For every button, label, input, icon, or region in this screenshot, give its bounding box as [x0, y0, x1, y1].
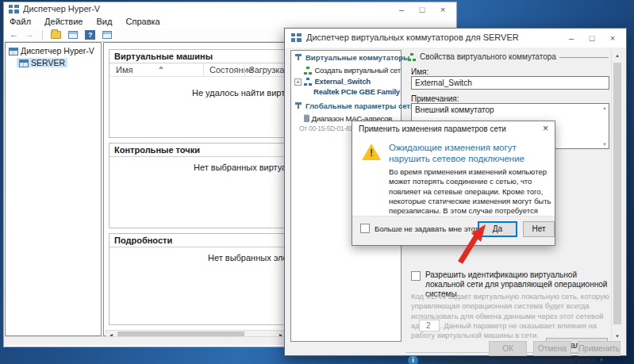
vertical-scrollbar[interactable]: ▲ ▼: [611, 50, 623, 342]
yes-button-label: Да: [493, 224, 502, 233]
nav-new-switch[interactable]: Создать виртуальный сетевой к...: [304, 66, 401, 75]
pin-icon: [295, 54, 302, 60]
nav-adapter-name[interactable]: Realtek PCIe GBE Family Cont...: [313, 87, 401, 96]
warning-icon: !: [362, 144, 381, 160]
console-window-icon[interactable]: [68, 31, 78, 39]
hyperv-app-icon: [9, 5, 19, 13]
hyperv-menubar: Файл Действие Вид Справка: [4, 16, 456, 28]
minimize-button[interactable]: –: [391, 3, 412, 16]
help-icon[interactable]: ?: [85, 30, 95, 40]
nav-switches-header-label: Виртуальные коммутаторы: [305, 53, 409, 62]
textarea-scroll-up-icon[interactable]: ▲: [602, 105, 607, 110]
properties-header-rule: [559, 57, 609, 58]
switch-manager-window-title: Диспетчер виртуальных коммутаторов для S…: [306, 33, 519, 42]
column-name[interactable]: Имя: [116, 65, 133, 75]
maximize-button[interactable]: □: [582, 32, 602, 44]
new-switch-icon: [304, 67, 313, 75]
yes-button[interactable]: Да: [478, 221, 517, 237]
mac-range-icon: [304, 115, 309, 122]
notes-value: Внешний коммутатор: [415, 105, 494, 114]
menu-help[interactable]: Справка: [121, 16, 166, 27]
close-button[interactable]: ×: [432, 3, 453, 16]
dialog-heading: Ожидающие изменения могут нарушить сетев…: [389, 142, 551, 165]
hyperv-titlebar[interactable]: Диспетчер Hyper-V – □ ×: [4, 2, 456, 16]
close-icon[interactable]: ×: [543, 123, 548, 134]
vlan-id-value: 2: [426, 321, 431, 330]
nav-global-header-label: Глобальные параметры сети: [305, 102, 415, 110]
switch-name-input[interactable]: External_Switch: [411, 76, 609, 90]
column-divider[interactable]: [244, 64, 245, 77]
scroll-up-icon[interactable]: ▲: [615, 53, 620, 58]
vlan-checkbox[interactable]: [411, 271, 421, 281]
apply-changes-dialog: Применить изменения параметров сети × ! …: [352, 121, 555, 246]
server-icon: [19, 59, 29, 67]
hyperv-root-icon: [9, 48, 18, 56]
sort-ascending-icon: [159, 66, 163, 69]
info-icon: i: [408, 355, 418, 364]
apply-button[interactable]: Применить: [578, 341, 621, 356]
cancel-button[interactable]: Отмена: [533, 341, 571, 356]
desktop: Диспетчер Hyper-V – □ × Файл Действие Ви…: [0, 0, 634, 364]
switch-manager-app-icon: [291, 33, 302, 42]
dialog-title: Применить изменения параметров сети: [359, 125, 506, 133]
tree-item-root[interactable]: Диспетчер Hyper-V: [9, 46, 94, 56]
nav-adapter-label: Realtek PCIe GBE Family Cont...: [313, 87, 401, 96]
tree-item-server[interactable]: SERVER: [17, 58, 67, 67]
column-state[interactable]: Состояние: [209, 65, 253, 75]
vlan-id-input[interactable]: 2: [419, 320, 440, 331]
scrollbar-thumb[interactable]: [613, 63, 621, 324]
switch-icon: [304, 78, 313, 86]
nav-global-header[interactable]: Глобальные параметры сети: [305, 102, 401, 110]
sriov-chevron-down-icon[interactable]: ▼: [599, 358, 604, 362]
menu-action[interactable]: Действие: [39, 16, 88, 27]
switch-manager-titlebar[interactable]: Диспетчер виртуальных коммутаторов для S…: [285, 29, 626, 48]
dialog-titlebar[interactable]: Применить изменения параметров сети ×: [352, 121, 555, 137]
new-window-icon[interactable]: [102, 31, 112, 39]
pin-icon: [295, 102, 302, 109]
maximize-button[interactable]: □: [412, 3, 432, 16]
tree-root-label: Диспетчер Hyper-V: [21, 46, 94, 56]
no-button-label: Нет: [532, 224, 545, 233]
sriov-note: SR-IOV можно настроить только при создан…: [423, 356, 596, 364]
properties-header-icon: [408, 53, 417, 61]
no-button[interactable]: Нет: [523, 221, 555, 237]
ok-button-label: ОК: [502, 344, 513, 353]
notes-field-label: Примечания:: [411, 94, 459, 103]
nav-external-switch[interactable]: External_Switch: [304, 77, 401, 86]
textarea-scroll-down-icon[interactable]: ▼: [602, 142, 607, 147]
column-divider[interactable]: [203, 64, 204, 77]
apply-button-label: Применить: [578, 344, 620, 353]
close-button[interactable]: ×: [602, 32, 623, 44]
name-field-label: Имя:: [411, 67, 428, 76]
nav-external-switch-label: External_Switch: [314, 77, 370, 86]
expand-icon[interactable]: +: [294, 79, 302, 86]
menu-view[interactable]: Вид: [91, 16, 118, 27]
nav-new-switch-label: Создать виртуальный сетевой к...: [314, 66, 401, 75]
export-icon[interactable]: [51, 31, 61, 39]
minimize-button[interactable]: –: [561, 32, 582, 44]
ok-button[interactable]: ОК: [489, 341, 527, 356]
forward-icon[interactable]: →: [25, 29, 34, 39]
toolbar-separator: [42, 30, 43, 40]
back-icon[interactable]: ←: [10, 29, 18, 39]
nav-switches-header[interactable]: Виртуальные коммутаторы: [305, 53, 401, 62]
vlan-description: Код VLAN задает виртуальную локальную се…: [411, 292, 611, 341]
hyperv-tree-panel: Диспетчер Hyper-V SERVER: [5, 42, 102, 336]
scroll-down-icon[interactable]: ▼: [615, 334, 620, 339]
switch-name-value: External_Switch: [415, 79, 472, 87]
cancel-button-label: Отмена: [538, 344, 567, 353]
hyperv-window-title: Диспетчер Hyper-V: [23, 4, 100, 13]
menu-file[interactable]: Файл: [4, 16, 37, 27]
properties-header-label: Свойства виртуального коммутатора: [420, 52, 556, 61]
tree-server-label: SERVER: [31, 58, 65, 67]
dont-ask-checkbox[interactable]: [360, 224, 370, 233]
